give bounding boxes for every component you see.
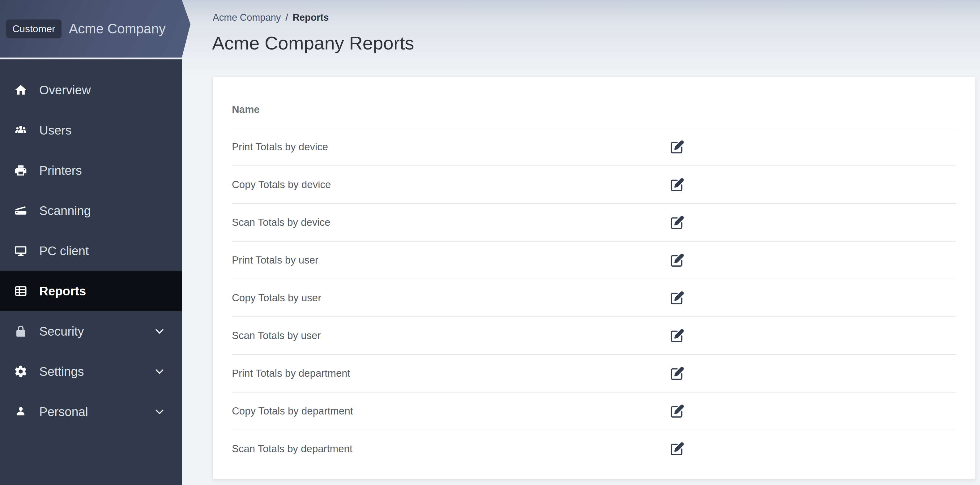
scanner-icon — [14, 204, 27, 217]
edit-icon — [670, 291, 684, 305]
table-body: Print Totals by device Copy Totals by de… — [232, 128, 956, 467]
table-row: Copy Totals by device — [232, 166, 956, 204]
edit-report-button[interactable] — [670, 140, 684, 154]
edit-report-button[interactable] — [670, 404, 684, 418]
reports-icon — [14, 284, 27, 298]
breadcrumb-current: Reports — [293, 12, 329, 23]
customer-banner: Customer Acme Company — [0, 0, 191, 57]
sidebar: Overview Users Printers Scanning PC clie… — [0, 59, 182, 485]
table-row: Copy Totals by department — [232, 392, 956, 430]
report-name: Scan Totals by device — [232, 217, 331, 228]
users-icon — [14, 123, 27, 137]
report-name: Print Totals by user — [232, 254, 318, 266]
column-header-name: Name — [232, 104, 260, 115]
report-name: Copy Totals by device — [232, 179, 331, 190]
table-header: Name — [232, 77, 956, 128]
sidebar-item-printers[interactable]: Printers — [0, 150, 182, 190]
sidebar-item-label: PC client — [39, 244, 166, 258]
sidebar-item-label: Personal — [39, 405, 153, 419]
report-name: Print Totals by department — [232, 367, 350, 379]
table-row: Copy Totals by user — [232, 279, 956, 317]
table-row: Scan Totals by device — [232, 204, 956, 242]
sidebar-item-users[interactable]: Users — [0, 110, 182, 150]
table-row: Print Totals by department — [232, 355, 956, 392]
sidebar-item-personal[interactable]: Personal — [0, 392, 182, 432]
edit-icon — [670, 253, 684, 267]
sidebar-item-label: Settings — [39, 365, 153, 378]
company-name: Acme Company — [69, 21, 166, 37]
sidebar-item-security[interactable]: Security — [0, 311, 182, 351]
sidebar-item-reports[interactable]: Reports — [0, 271, 182, 311]
edit-report-button[interactable] — [670, 253, 684, 267]
home-icon — [14, 83, 27, 97]
sidebar-item-label: Printers — [39, 164, 166, 177]
report-name: Print Totals by device — [232, 141, 328, 153]
sidebar-item-settings[interactable]: Settings — [0, 351, 182, 392]
table-row: Print Totals by device — [232, 128, 956, 166]
sidebar-nav: Overview Users Printers Scanning PC clie… — [0, 59, 182, 432]
edit-report-button[interactable] — [670, 215, 684, 230]
table-row: Print Totals by user — [232, 242, 956, 279]
chevron-down-icon — [153, 325, 166, 337]
sidebar-item-label: Users — [39, 123, 166, 137]
edit-icon — [670, 329, 684, 343]
edit-report-button[interactable] — [670, 442, 684, 456]
breadcrumb-separator: / — [283, 12, 290, 23]
sidebar-item-label: Scanning — [39, 204, 166, 218]
edit-icon — [670, 366, 684, 380]
edit-icon — [670, 140, 684, 154]
sidebar-item-label: Security — [39, 324, 153, 338]
table-row: Scan Totals by department — [232, 430, 956, 467]
sidebar-item-label: Overview — [39, 83, 166, 97]
breadcrumb: Acme Company / Reports — [213, 12, 329, 23]
edit-report-button[interactable] — [670, 329, 684, 343]
person-icon — [14, 405, 27, 418]
reports-card: Name Print Totals by device Copy Totals … — [213, 77, 975, 479]
report-name: Copy Totals by user — [232, 292, 321, 304]
lock-icon — [14, 324, 27, 338]
table-row: Scan Totals by user — [232, 317, 956, 355]
edit-icon — [670, 404, 684, 418]
chevron-down-icon — [153, 365, 166, 378]
edit-report-button[interactable] — [670, 177, 684, 192]
customer-badge: Customer — [6, 19, 62, 38]
edit-icon — [670, 215, 684, 230]
edit-icon — [670, 177, 684, 192]
sidebar-item-label: Reports — [39, 284, 166, 298]
printer-icon — [14, 164, 27, 177]
breadcrumb-parent-link[interactable]: Acme Company — [213, 12, 281, 23]
gear-icon — [14, 365, 27, 378]
sidebar-item-scanning[interactable]: Scanning — [0, 190, 182, 231]
sidebar-item-pc-client[interactable]: PC client — [0, 231, 182, 271]
desktop-icon — [14, 244, 27, 258]
chevron-down-icon — [153, 405, 166, 418]
sidebar-item-overview[interactable]: Overview — [0, 70, 182, 110]
edit-icon — [670, 442, 684, 456]
report-name: Scan Totals by user — [232, 330, 321, 341]
edit-report-button[interactable] — [670, 366, 684, 380]
page-title: Acme Company Reports — [212, 32, 414, 54]
edit-report-button[interactable] — [670, 291, 684, 305]
report-name: Copy Totals by department — [232, 405, 353, 417]
report-name: Scan Totals by department — [232, 443, 352, 455]
